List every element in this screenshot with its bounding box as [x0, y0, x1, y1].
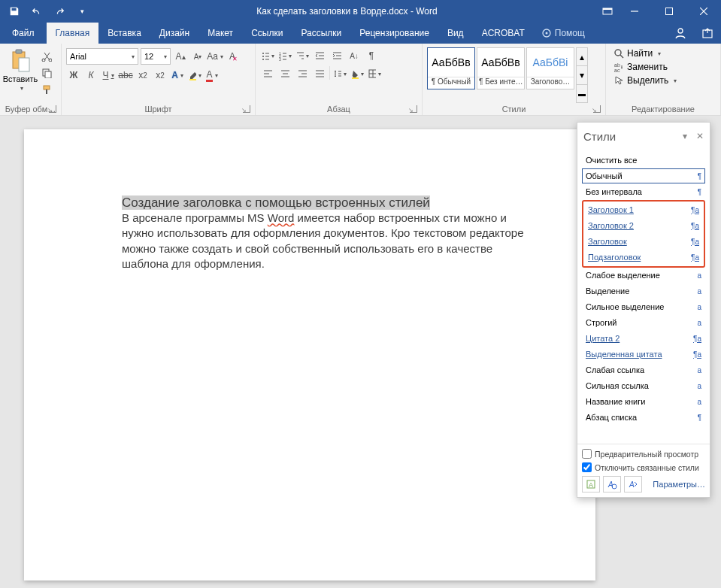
font-size-combo[interactable]: 12▾ [141, 48, 171, 65]
style-item-nospacing[interactable]: Без интервала¶ [582, 184, 705, 199]
style-normal[interactable]: АаБбВв¶ Обычный [427, 47, 475, 89]
new-style-button[interactable]: A [582, 476, 600, 493]
style-heading1[interactable]: АаБбВіЗаголово… [526, 47, 574, 89]
qat-customize[interactable]: ▾ [72, 2, 92, 21]
style-item-intense-ref[interactable]: Сильная ссылкаa [582, 378, 705, 393]
account-icon[interactable] [674, 27, 686, 39]
preview-checkbox[interactable]: Предварительный просмотр [582, 449, 705, 459]
bold-button[interactable]: Ж [66, 68, 81, 83]
pane-header: Стили ▾ ✕ [577, 123, 710, 150]
styles-scroll-down[interactable]: ▾ [577, 66, 587, 84]
style-item-list-paragraph[interactable]: Абзац списка¶ [582, 410, 705, 425]
tab-design[interactable]: Дизайн [150, 23, 198, 44]
ribbon-options-button[interactable] [602, 8, 613, 15]
cut-button[interactable] [39, 49, 54, 64]
italic-button[interactable]: К [83, 68, 98, 83]
strikethrough-button[interactable]: abc [118, 68, 133, 83]
style-item-h2[interactable]: Заголовок 2¶a [584, 218, 703, 233]
decrease-font-button[interactable]: A▾ [190, 49, 205, 64]
shading-button[interactable]: ▾ [350, 66, 365, 81]
style-no-spacing[interactable]: АаБбВв¶ Без инте… [477, 47, 525, 89]
tab-layout[interactable]: Макет [198, 23, 242, 44]
style-item-clear[interactable]: Очистить все [582, 153, 705, 168]
svg-text:A: A [629, 480, 635, 489]
highlight-button[interactable]: ▾ [187, 68, 202, 83]
format-painter-button[interactable] [39, 82, 54, 97]
decrease-indent-button[interactable] [312, 48, 327, 63]
show-marks-button[interactable]: ¶ [364, 48, 379, 63]
numbering-button[interactable]: 123▾ [277, 48, 292, 63]
increase-indent-button[interactable] [329, 48, 344, 63]
subscript-button[interactable]: x2 [135, 68, 150, 83]
change-case-button[interactable]: Aa▾ [208, 49, 223, 64]
tab-view[interactable]: Вид [438, 23, 473, 44]
save-button[interactable] [5, 2, 24, 21]
style-inspector-button[interactable]: A [603, 476, 621, 493]
maximize-button[interactable] [652, 0, 686, 23]
tell-me[interactable]: Помощ [534, 23, 592, 44]
replace-button[interactable]: abacЗаменить [610, 61, 671, 73]
style-item-subtle-emphasis[interactable]: Слабое выделениеa [582, 268, 705, 283]
font-name-combo[interactable]: Arial▾ [66, 48, 138, 65]
increase-font-button[interactable]: A▴ [173, 49, 188, 64]
style-item-intense-emphasis[interactable]: Сильное выделениеa [582, 299, 705, 314]
parameters-link[interactable]: Параметры… [653, 480, 705, 489]
pane-options-icon[interactable]: ▾ [683, 131, 687, 141]
style-item-normal[interactable]: Обычный¶ [582, 168, 705, 183]
paragraph-text: В арсенале программы MS Word имеется наб… [122, 211, 528, 271]
document-content[interactable]: Создание заголовка с помощью встроенных … [122, 195, 528, 271]
group-label-styles: Стили [427, 103, 601, 114]
paragraph-launcher[interactable] [410, 105, 417, 113]
sort-button[interactable]: A↓ [347, 48, 362, 63]
tab-file[interactable]: Файл [0, 23, 47, 44]
style-item-title[interactable]: Заголовок¶a [584, 234, 703, 249]
paste-button[interactable]: Вставить▾ [5, 46, 36, 92]
align-right-button[interactable] [295, 66, 310, 81]
align-left-button[interactable] [260, 66, 275, 81]
style-item-emphasis[interactable]: Выделениеa [582, 283, 705, 299]
pane-close-icon[interactable]: ✕ [696, 131, 704, 141]
style-item-book-title[interactable]: Название книгиa [582, 394, 705, 409]
style-item-intense-quote[interactable]: Выделенная цитата¶a [582, 347, 705, 362]
borders-button[interactable]: ▾ [367, 66, 382, 81]
bullets-button[interactable]: ▾ [260, 48, 275, 63]
select-button[interactable]: Выделить▾ [610, 74, 680, 86]
justify-button[interactable] [312, 66, 327, 81]
tab-review[interactable]: Рецензирование [350, 23, 438, 44]
style-item-strong[interactable]: Строгийa [582, 315, 705, 330]
svg-point-19 [262, 53, 264, 54]
font-color-button[interactable]: A▾ [204, 68, 220, 83]
clipboard-launcher[interactable] [49, 105, 56, 113]
tab-acrobat[interactable]: ACROBAT [473, 23, 534, 44]
clear-formatting-button[interactable]: A✕ [225, 49, 240, 64]
copy-button[interactable] [39, 65, 54, 80]
style-item-subtle-ref[interactable]: Слабая ссылкаa [582, 362, 705, 377]
undo-button[interactable] [27, 2, 47, 21]
styles-launcher[interactable] [593, 105, 601, 113]
text-effects-button[interactable]: A▾ [170, 68, 185, 83]
multilevel-list-button[interactable]: ▾ [295, 48, 310, 63]
page[interactable]: Создание заголовка с помощью встроенных … [24, 129, 595, 580]
style-item-subtitle[interactable]: Подзаголовок¶a [584, 250, 703, 265]
find-button[interactable]: Найти▾ [610, 47, 664, 59]
style-item-quote2[interactable]: Цитата 2¶a [582, 331, 705, 346]
underline-button[interactable]: Ч▾ [101, 68, 116, 83]
tab-mailings[interactable]: Рассылки [292, 23, 350, 44]
styles-expand[interactable]: ▬ [577, 85, 587, 102]
superscript-button[interactable]: x2 [153, 68, 168, 83]
minimize-button[interactable] [617, 0, 652, 23]
tab-insert[interactable]: Вставка [98, 23, 150, 44]
svg-text:A: A [589, 481, 593, 489]
line-spacing-button[interactable]: ▾ [332, 66, 347, 81]
redo-button[interactable] [50, 2, 69, 21]
manage-styles-button[interactable]: A [624, 476, 642, 493]
tab-home[interactable]: Главная [47, 23, 99, 44]
style-item-h1[interactable]: Заголовок 1¶a [584, 202, 703, 217]
disable-linked-checkbox[interactable]: Отключить связанные стили [582, 462, 705, 472]
tab-references[interactable]: Ссылки [242, 23, 292, 44]
align-center-button[interactable] [277, 66, 292, 81]
font-launcher[interactable] [243, 105, 250, 113]
styles-scroll-up[interactable]: ▴ [577, 48, 587, 66]
close-button[interactable] [686, 0, 721, 23]
share-icon[interactable] [701, 27, 713, 39]
